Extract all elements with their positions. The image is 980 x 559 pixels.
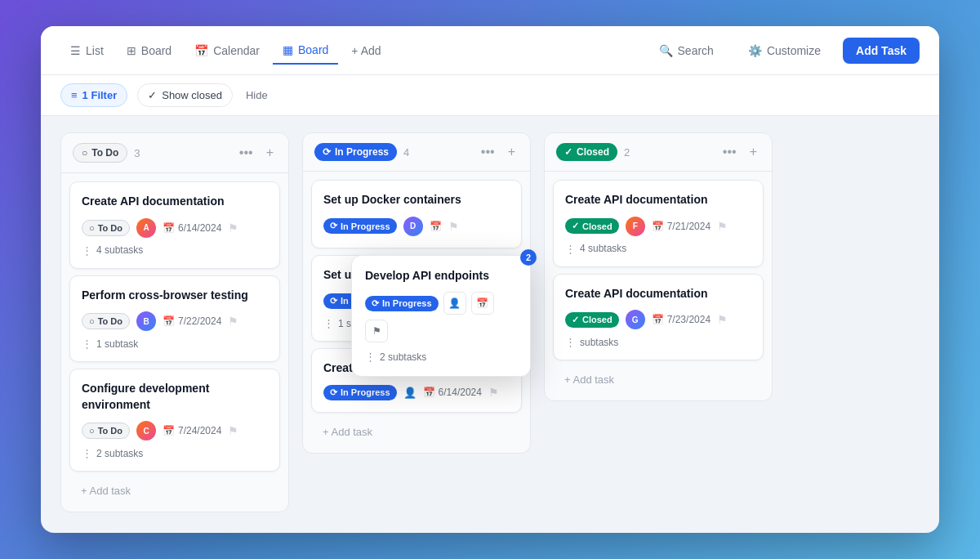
closed-card-1-title: Create API documentation xyxy=(565,192,751,208)
inprogress-add-button[interactable]: + xyxy=(505,143,519,161)
subtask-icon2: ⋮ xyxy=(82,338,92,350)
progress-icon-sm2: ⟳ xyxy=(330,296,337,306)
calendar-icon-sm3: 📅 xyxy=(163,425,175,436)
todo-card-2-avatar: B xyxy=(136,311,156,331)
todo-add-task[interactable]: + Add task xyxy=(69,478,280,503)
tab-add-label: + Add xyxy=(351,44,381,57)
top-bar: ☰ List ⊞ Board 📅 Calendar ▦ Board + Add … xyxy=(41,26,939,75)
todo-card-1-date: 📅 6/14/2024 xyxy=(163,222,221,234)
search-icon: 🔍 xyxy=(659,44,673,57)
closed-card-2-flag: ⚑ xyxy=(717,313,728,326)
check-icon-sm2: ✓ xyxy=(572,315,579,325)
tab-board-plain-label: Board xyxy=(141,44,172,57)
board-area: ○ To Do 3 ••• + Create API documentation xyxy=(41,116,939,533)
closed-card-1[interactable]: Create API documentation ✓ Closed F 📅 7/… xyxy=(553,180,764,267)
todo-card-2-date: 📅 7/22/2024 xyxy=(163,315,221,327)
popup-flag-button[interactable]: ⚑ xyxy=(365,320,388,342)
filter-button[interactable]: ≡ 1 Filter xyxy=(60,83,127,107)
board-active-icon: ▦ xyxy=(283,43,293,56)
inprogress-card-3-meta: ⟳ In Progress 👤 📅 6/14/2024 ⚑ xyxy=(323,385,510,400)
add-task-button[interactable]: Add Task xyxy=(843,38,920,64)
todo-card-1-meta: ○ To Do A 📅 6/14/2024 ⚑ xyxy=(82,218,268,238)
column-inprogress-header: ⟳ In Progress 4 ••• + xyxy=(303,133,530,172)
calendar-icon-c2: 📅 xyxy=(652,314,664,325)
todo-add-button[interactable]: + xyxy=(263,144,277,162)
todo-card-2-status: ○ To Do xyxy=(82,313,130,329)
circle-icon-sm3: ○ xyxy=(89,426,95,436)
todo-count: 3 xyxy=(134,147,140,159)
inprogress-more-button[interactable]: ••• xyxy=(478,143,498,161)
hide-label: Hide xyxy=(246,89,268,101)
closed-more-button[interactable]: ••• xyxy=(719,143,740,161)
inprogress-card-3-flag: ⚑ xyxy=(488,386,499,399)
column-closed-header: ✓ Closed 2 ••• + xyxy=(545,133,772,172)
calendar-icon-c1: 📅 xyxy=(652,221,664,232)
customize-button[interactable]: ⚙️ Customize xyxy=(736,37,833,65)
inprogress-add-task-label: + Add task xyxy=(323,426,372,438)
show-closed-button[interactable]: ✓ Show closed xyxy=(137,83,233,107)
todo-card-1[interactable]: Create API documentation ○ To Do A 📅 6/1… xyxy=(69,181,280,269)
closed-card-2[interactable]: Create API documentation ✓ Closed G 📅 7/… xyxy=(553,274,764,361)
closed-card-1-date: 📅 7/21/2024 xyxy=(652,221,710,232)
todo-card-3[interactable]: Configure development environment ○ To D… xyxy=(69,369,280,472)
todo-card-1-flag: ⚑ xyxy=(228,221,238,235)
calendar-icon-sm2: 📅 xyxy=(163,315,175,327)
show-closed-label: Show closed xyxy=(162,89,222,101)
popup-status-label: In Progress xyxy=(382,298,432,308)
closed-card-2-subtasks: ⋮ subtasks xyxy=(565,336,751,348)
tab-board-plain[interactable]: ⊞ Board xyxy=(117,38,181,64)
board-icon-plain: ⊞ xyxy=(127,44,136,57)
top-actions: 🔍 Search ⚙️ Customize Add Task xyxy=(647,37,920,65)
inprogress-card-1[interactable]: Set up Docker containers ⟳ In Progress D… xyxy=(311,180,522,248)
todo-card-1-status: ○ To Do xyxy=(82,220,130,236)
popup-card: Develop API endpoints ⟳ In Progress 👤 📅 … xyxy=(351,255,531,377)
search-label: Search xyxy=(678,44,714,57)
tab-list-label: List xyxy=(86,44,104,57)
tab-list[interactable]: ☰ List xyxy=(60,38,114,64)
todo-card-3-status: ○ To Do xyxy=(82,423,130,439)
tab-board-active[interactable]: ▦ Board xyxy=(273,37,338,65)
calendar-icon-ip1: 📅 xyxy=(430,221,442,232)
todo-more-button[interactable]: ••• xyxy=(236,144,256,162)
todo-card-1-subtasks: ⋮ 4 subtasks xyxy=(82,244,268,257)
closed-card-1-flag: ⚑ xyxy=(717,220,728,233)
closed-card-2-avatar: G xyxy=(626,310,645,329)
closed-status-badge: ✓ Closed xyxy=(556,143,617,161)
inprogress-card-1-flag: ⚑ xyxy=(448,220,459,233)
todo-add-task-label: + Add task xyxy=(81,485,131,497)
todo-card-3-title: Configure development environment xyxy=(82,381,268,413)
inprogress-card-1-title: Set up Docker containers xyxy=(323,192,510,208)
circle-icon-sm2: ○ xyxy=(89,316,95,326)
popup-meta: ⟳ In Progress 👤 📅 ⚑ xyxy=(365,292,517,342)
todo-card-3-meta: ○ To Do C 📅 7/24/2024 ⚑ xyxy=(82,421,268,440)
inprogress-add-task[interactable]: + Add task xyxy=(311,419,522,445)
circle-icon-sm: ○ xyxy=(89,223,95,233)
tab-add[interactable]: + Add xyxy=(341,38,390,64)
closed-card-2-meta: ✓ Closed G 📅 7/23/2024 ⚑ xyxy=(565,310,751,329)
hide-button[interactable]: Hide xyxy=(243,84,271,106)
calendar-icon-sm: 📅 xyxy=(163,222,175,234)
closed-add-task[interactable]: + Add task xyxy=(553,367,764,392)
inprogress-card-1-status: ⟳ In Progress xyxy=(323,218,397,234)
column-todo-actions: ••• + xyxy=(236,144,277,162)
tab-calendar-label: Calendar xyxy=(213,44,260,57)
add-task-label: Add Task xyxy=(856,44,906,57)
todo-card-3-avatar: C xyxy=(136,421,156,440)
closed-add-task-label: + Add task xyxy=(564,373,614,386)
filter-icon: ≡ xyxy=(71,89,78,101)
search-button[interactable]: 🔍 Search xyxy=(647,37,726,65)
inprogress-card-3-status: ⟳ In Progress xyxy=(323,385,397,400)
popup-calendar-button[interactable]: 📅 xyxy=(471,292,494,315)
popup-user-button[interactable]: 👤 xyxy=(443,292,466,315)
closed-add-button[interactable]: + xyxy=(746,143,760,161)
tab-calendar[interactable]: 📅 Calendar xyxy=(185,38,270,64)
popup-subtasks: ⋮ 2 subtasks xyxy=(365,351,517,363)
progress-icon-sm3: ⟳ xyxy=(330,387,337,398)
todo-card-2-flag: ⚑ xyxy=(228,315,238,328)
todo-card-3-subtasks: ⋮ 2 subtasks xyxy=(82,447,268,459)
column-todo: ○ To Do 3 ••• + Create API documentation xyxy=(60,132,289,512)
column-closed-title-area: ✓ Closed 2 xyxy=(556,143,630,161)
todo-card-2[interactable]: Perform cross-browser testing ○ To Do B … xyxy=(69,275,280,363)
closed-status-label: Closed xyxy=(577,146,609,158)
gear-icon: ⚙️ xyxy=(748,44,762,57)
